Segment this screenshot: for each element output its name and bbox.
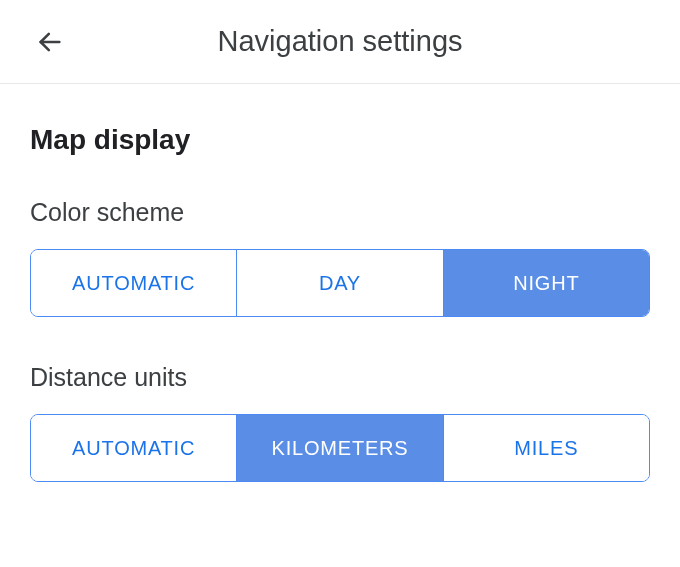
back-button[interactable]: [30, 22, 70, 62]
color-scheme-segmented: AUTOMATIC DAY NIGHT: [30, 249, 650, 317]
page-title: Navigation settings: [217, 25, 462, 58]
distance-units-automatic[interactable]: AUTOMATIC: [31, 415, 237, 481]
color-scheme-day[interactable]: DAY: [237, 250, 443, 316]
header: Navigation settings: [0, 0, 680, 84]
color-scheme-automatic[interactable]: AUTOMATIC: [31, 250, 237, 316]
distance-units-kilometers[interactable]: KILOMETERS: [237, 415, 443, 481]
color-scheme-label: Color scheme: [30, 198, 650, 227]
section-heading: Map display: [30, 124, 650, 156]
distance-units-miles[interactable]: MILES: [444, 415, 649, 481]
distance-units-group: Distance units AUTOMATIC KILOMETERS MILE…: [30, 363, 650, 482]
arrow-left-icon: [36, 28, 64, 56]
color-scheme-night[interactable]: NIGHT: [444, 250, 649, 316]
distance-units-segmented: AUTOMATIC KILOMETERS MILES: [30, 414, 650, 482]
color-scheme-group: Color scheme AUTOMATIC DAY NIGHT: [30, 198, 650, 317]
distance-units-label: Distance units: [30, 363, 650, 392]
content: Map display Color scheme AUTOMATIC DAY N…: [0, 84, 680, 482]
